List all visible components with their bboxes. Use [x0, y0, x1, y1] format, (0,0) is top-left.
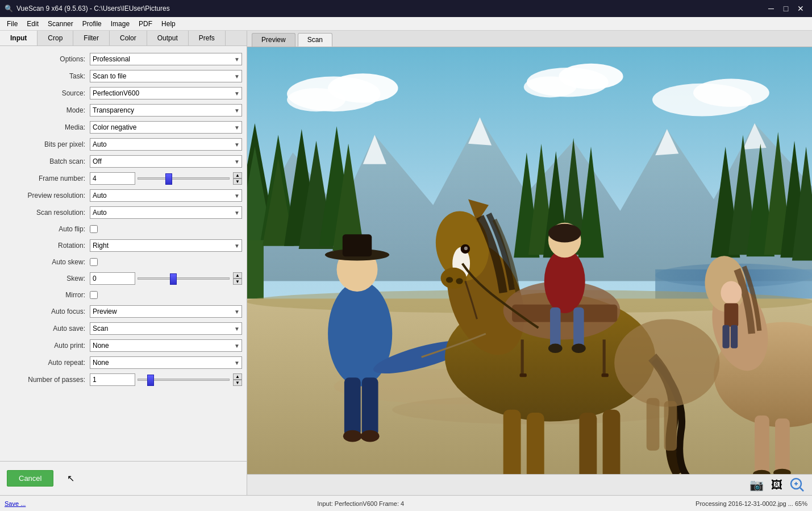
- select-0[interactable]: ProfessionalBasicAdvanced: [90, 53, 242, 65]
- setting-label-8: Preview resolution:: [5, 192, 90, 200]
- svg-point-49: [361, 430, 380, 442]
- setting-row-12: Auto skew:: [0, 254, 247, 270]
- close-button[interactable]: ✕: [794, 2, 807, 15]
- save-link[interactable]: Save ...: [5, 500, 26, 507]
- svg-rect-72: [603, 339, 606, 375]
- svg-point-3: [287, 88, 345, 111]
- minimize-button[interactable]: ─: [764, 2, 778, 15]
- setting-control-5: Auto8162448▼: [90, 138, 242, 151]
- setting-row-4: Media:Color negativeColor positiveB&W ne…: [0, 119, 247, 136]
- title-bar-left: 🔍 VueScan 9 x64 (9.5.63) - C:\Users\IEUs…: [5, 5, 170, 13]
- slider-7[interactable]: [138, 172, 230, 185]
- select-5[interactable]: Auto8162448: [90, 138, 242, 151]
- menu-item-profile[interactable]: Profile: [78, 19, 106, 29]
- select-4[interactable]: Color negativeColor positiveB&W negative: [90, 121, 242, 134]
- select-17[interactable]: NoneOn: [90, 339, 242, 352]
- spin-down-13[interactable]: ▼: [233, 279, 242, 285]
- photo-icon[interactable]: 🖼: [769, 477, 785, 493]
- maximize-button[interactable]: □: [779, 2, 793, 15]
- cursor-arrow: ↖: [67, 473, 74, 484]
- svg-line-100: [800, 488, 803, 491]
- checkbox-10[interactable]: [90, 225, 98, 233]
- title-bar: 🔍 VueScan 9 x64 (9.5.63) - C:\Users\IEUs…: [0, 0, 812, 17]
- bottom-bar: Cancel ↖: [0, 461, 247, 495]
- camera-scan-icon[interactable]: 📷: [748, 477, 764, 493]
- menu-item-scanner[interactable]: Scanner: [43, 19, 78, 29]
- slider-13[interactable]: [138, 272, 230, 285]
- svg-rect-77: [550, 308, 561, 348]
- setting-control-8: Auto75150300600▼: [90, 189, 242, 202]
- number-input-13[interactable]: [90, 272, 135, 285]
- tab-color[interactable]: Color: [110, 31, 147, 45]
- tab-filter[interactable]: Filter: [73, 31, 110, 45]
- svg-point-80: [572, 344, 586, 353]
- setting-label-13: Skew:: [5, 275, 90, 282]
- select-1[interactable]: Scan to fileScan to emailScan to printer: [90, 70, 242, 82]
- slider-19[interactable]: [138, 373, 230, 386]
- setting-row-0: Options:ProfessionalBasicAdvanced▼: [0, 51, 247, 68]
- svg-point-76: [548, 224, 581, 243]
- select-3[interactable]: TransparencyReflectiveFilm: [90, 104, 242, 117]
- preview-tab-scan[interactable]: Scan: [298, 33, 332, 47]
- select-9[interactable]: Auto7515030060012002400: [90, 206, 242, 219]
- tab-input[interactable]: Input: [0, 31, 38, 45]
- setting-label-18: Auto repeat:: [5, 359, 90, 367]
- setting-row-10: Auto flip:: [0, 221, 247, 237]
- spin-up-19[interactable]: ▲: [233, 373, 242, 380]
- select-18[interactable]: NoneOn: [90, 356, 242, 369]
- svg-rect-47: [362, 377, 378, 436]
- spin-up-7[interactable]: ▲: [233, 172, 242, 178]
- setting-control-17: NoneOn▼: [90, 339, 242, 352]
- right-panel: PreviewScan: [247, 31, 812, 495]
- setting-control-12: [90, 258, 242, 266]
- image-area: [247, 47, 812, 474]
- spin-down-19[interactable]: ▼: [233, 380, 242, 386]
- number-input-19[interactable]: [90, 373, 135, 386]
- spin-up-13[interactable]: ▲: [233, 272, 242, 279]
- svg-point-8: [693, 79, 769, 107]
- setting-row-19: Number of passes:▲▼: [0, 371, 247, 388]
- setting-row-8: Preview resolution:Auto75150300600▼: [0, 187, 247, 204]
- select-2[interactable]: PerfectionV600: [90, 87, 242, 99]
- svg-point-93: [721, 281, 742, 305]
- svg-rect-71: [520, 373, 527, 377]
- select-6[interactable]: OffOn: [90, 155, 242, 168]
- svg-rect-70: [521, 339, 524, 375]
- setting-label-17: Auto print:: [5, 342, 90, 350]
- menu-item-file[interactable]: File: [2, 19, 22, 29]
- settings-panel[interactable]: Options:ProfessionalBasicAdvanced▼Task:S…: [0, 46, 247, 461]
- setting-row-3: Mode:TransparencyReflectiveFilm▼: [0, 102, 247, 119]
- setting-label-0: Options:: [5, 55, 90, 63]
- setting-row-6: Batch scan:OffOn▼: [0, 153, 247, 170]
- svg-rect-60: [503, 410, 521, 474]
- setting-label-4: Media:: [5, 123, 90, 131]
- tab-crop[interactable]: Crop: [38, 31, 73, 45]
- menu-item-image[interactable]: Image: [106, 19, 134, 29]
- menu-item-edit[interactable]: Edit: [22, 19, 43, 29]
- number-input-7[interactable]: [90, 172, 135, 185]
- menu-item-help[interactable]: Help: [157, 19, 180, 29]
- preview-tab-preview[interactable]: Preview: [252, 33, 295, 47]
- setting-control-9: Auto7515030060012002400▼: [90, 206, 242, 219]
- setting-row-14: Mirror:: [0, 287, 247, 303]
- setting-control-14: [90, 291, 242, 299]
- checkbox-12[interactable]: [90, 258, 98, 266]
- svg-rect-63: [603, 410, 621, 474]
- select-8[interactable]: Auto75150300600: [90, 189, 242, 202]
- cancel-button[interactable]: Cancel: [7, 470, 53, 487]
- tab-output[interactable]: Output: [147, 31, 189, 45]
- tab-prefs[interactable]: Prefs: [189, 31, 226, 45]
- status-bar: Save ... Input: PerfectionV600 Frame: 4 …: [0, 495, 812, 511]
- select-15[interactable]: PreviewScanOff: [90, 305, 242, 318]
- zoom-in-icon[interactable]: [789, 477, 805, 493]
- menu-item-pdf[interactable]: PDF: [134, 19, 157, 29]
- app-icon: 🔍: [5, 5, 13, 13]
- svg-point-55: [446, 277, 453, 282]
- select-16[interactable]: ScanOff: [90, 322, 242, 335]
- setting-label-19: Number of passes:: [5, 376, 90, 384]
- checkbox-14[interactable]: [90, 291, 98, 299]
- select-11[interactable]: NoneLeftRight180: [90, 239, 242, 252]
- spin-down-7[interactable]: ▼: [233, 178, 242, 185]
- setting-row-17: Auto print:NoneOn▼: [0, 337, 247, 354]
- svg-rect-43: [343, 234, 372, 256]
